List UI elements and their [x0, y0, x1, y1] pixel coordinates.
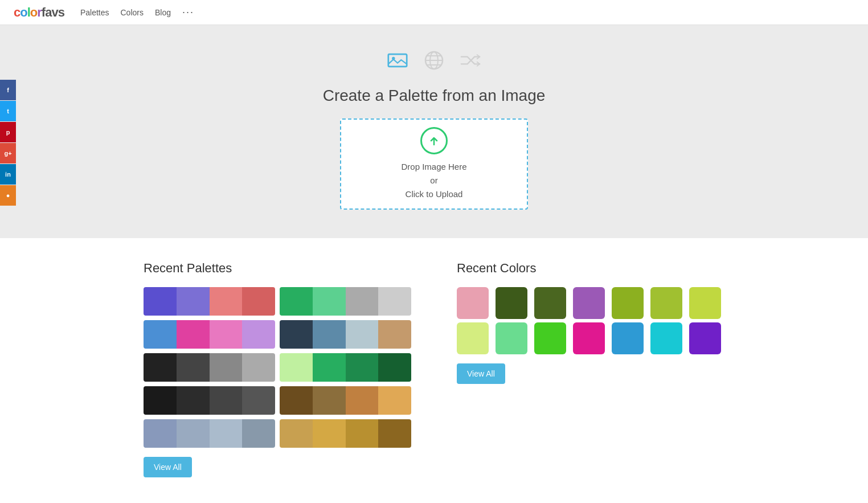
palette-item[interactable] [144, 353, 275, 382]
social-sidebar: f t p g+ in ● [0, 80, 16, 206]
color-swatch[interactable] [534, 322, 566, 354]
color-swatch[interactable] [496, 322, 527, 354]
recent-colors-title: Recent Colors [457, 261, 724, 276]
upload-text: Drop Image Here or Click to Upload [401, 160, 466, 201]
logo[interactable]: colorfavs [14, 5, 64, 20]
colors-view-all-button[interactable]: View All [457, 363, 505, 384]
image-tab-icon[interactable] [385, 48, 410, 73]
recent-palettes-section: Recent Palettes [144, 261, 411, 477]
nav-blog[interactable]: Blog [155, 8, 171, 17]
svg-rect-0 [388, 54, 407, 67]
recent-palettes-title: Recent Palettes [144, 261, 411, 276]
shuffle-tab-icon[interactable] [458, 48, 483, 73]
palette-item[interactable] [280, 353, 411, 382]
color-swatch[interactable] [457, 287, 489, 319]
content-row: Recent Palettes [121, 261, 747, 477]
palette-item[interactable] [144, 287, 275, 316]
color-swatch[interactable] [689, 322, 721, 354]
palettes-view-all-button[interactable]: View All [144, 457, 192, 477]
upload-dropzone[interactable]: Drop Image Here or Click to Upload [340, 118, 528, 210]
nav-more[interactable]: ··· [182, 6, 194, 18]
color-swatch[interactable] [573, 287, 605, 319]
palette-item[interactable] [144, 386, 275, 415]
globe-tab-icon[interactable] [421, 48, 447, 73]
palette-item[interactable] [144, 320, 275, 349]
color-swatch[interactable] [650, 322, 682, 354]
social-twitter[interactable]: t [0, 101, 16, 121]
nav-colors[interactable]: Colors [120, 8, 143, 17]
palette-grid [144, 287, 411, 448]
social-pinterest[interactable]: p [0, 122, 16, 142]
palette-item[interactable] [280, 419, 411, 448]
hero-title: Create a Palette from an Image [323, 87, 546, 105]
color-swatch[interactable] [689, 287, 721, 319]
header: colorfavs Palettes Colors Blog ··· [0, 0, 868, 25]
main-nav: Palettes Colors Blog ··· [80, 6, 194, 18]
color-swatch[interactable] [496, 287, 527, 319]
social-googleplus[interactable]: g+ [0, 143, 16, 163]
color-swatch[interactable] [573, 322, 605, 354]
palette-item[interactable] [280, 320, 411, 349]
color-swatch[interactable] [612, 287, 644, 319]
social-facebook[interactable]: f [0, 80, 16, 100]
recent-colors-section: Recent Colors View All [457, 261, 724, 477]
color-swatch[interactable] [612, 322, 644, 354]
color-swatch[interactable] [534, 287, 566, 319]
palette-item[interactable] [280, 386, 411, 415]
palette-item[interactable] [280, 287, 411, 316]
nav-palettes[interactable]: Palettes [80, 8, 109, 17]
upload-up-icon [420, 127, 448, 154]
color-swatch[interactable] [457, 322, 489, 354]
social-linkedin[interactable]: in [0, 164, 16, 185]
hero-icon-group [385, 48, 483, 73]
hero-section: Create a Palette from an Image Drop Imag… [0, 25, 868, 238]
palette-item[interactable] [144, 419, 275, 448]
colors-grid [457, 287, 724, 354]
social-other[interactable]: ● [0, 185, 16, 206]
main-content: Recent Palettes [0, 238, 868, 503]
color-swatch[interactable] [650, 287, 682, 319]
